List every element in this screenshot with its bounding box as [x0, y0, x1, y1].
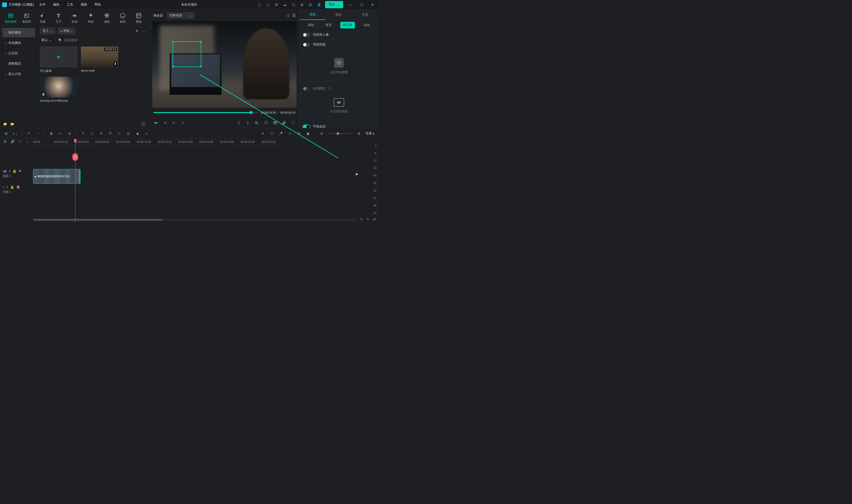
- more-icon[interactable]: ⋯: [141, 28, 147, 34]
- user-icon[interactable]: 👤: [317, 2, 321, 7]
- tab-transition[interactable]: 转场: [67, 11, 83, 25]
- tab-speed[interactable]: 变速: [352, 10, 378, 20]
- close-button[interactable]: ✕: [369, 3, 376, 7]
- media-item[interactable]: 00:00:14 ⬇ demo.mp4: [81, 47, 118, 73]
- motion-track-toggle[interactable]: [303, 87, 310, 91]
- preview-viewport[interactable]: [152, 21, 297, 108]
- mute-icon[interactable]: 🔇: [16, 185, 20, 189]
- menu-file[interactable]: 文件: [39, 2, 46, 7]
- properties-body[interactable]: 智能抠人像 智能抠图 点击开始抠图 运动跟踪 ⓘ 点击开始跟踪: [300, 30, 378, 128]
- monitor-icon[interactable]: ▢: [265, 2, 270, 7]
- info-icon[interactable]: ⓘ: [328, 86, 332, 91]
- playhead-handle[interactable]: [74, 139, 76, 142]
- marker-list-icon[interactable]: ▣: [306, 131, 310, 136]
- search-input[interactable]: [64, 38, 147, 42]
- playhead-cut-badge[interactable]: ✂: [72, 153, 78, 161]
- sort-dropdown[interactable]: 默认⌄: [40, 37, 53, 43]
- sidebar-adjustment-layer[interactable]: ▸调整图层: [2, 59, 35, 68]
- record-button[interactable]: ●录制⌄: [57, 28, 76, 35]
- import-media-card[interactable]: + 导入媒体: [40, 47, 77, 73]
- tab-stickers[interactable]: 贴纸: [115, 11, 131, 25]
- audio-track-header[interactable]: ♪1 🔒 🔇 音频 1: [0, 181, 32, 197]
- timeline-ruler[interactable]: |00:0000:00:02:0000:00:04:0000:00:06:000…: [32, 139, 357, 146]
- adjust-icon[interactable]: ✦: [261, 131, 265, 136]
- minimize-button[interactable]: —: [347, 3, 354, 7]
- shield-icon[interactable]: 🛡: [269, 131, 274, 136]
- marker-add-icon[interactable]: ⊕: [297, 131, 301, 136]
- apps-icon[interactable]: ⊞: [300, 2, 304, 7]
- export-button[interactable]: 导出 ⌄: [325, 1, 343, 8]
- timeline-scrollbar[interactable]: [33, 219, 356, 221]
- video-track-header[interactable]: 📹1 🔒 👁 视频 1: [0, 165, 32, 181]
- tab-filters[interactable]: 滤镜: [99, 11, 115, 25]
- lock-icon[interactable]: 🔒: [13, 169, 17, 173]
- resize-handle[interactable]: [200, 41, 201, 42]
- play-button[interactable]: ▷: [172, 121, 176, 125]
- fullscreen-button[interactable]: ⛶: [291, 121, 296, 125]
- tool-pointer-icon[interactable]: ↖⌄: [13, 131, 18, 136]
- tab-text[interactable]: 文字: [51, 11, 67, 25]
- mixer-icon[interactable]: ≡: [287, 131, 292, 136]
- zoom-in-button[interactable]: ⊕: [356, 131, 361, 136]
- compare-icon[interactable]: ◫: [287, 14, 290, 17]
- subtab-basic[interactable]: 基础: [305, 22, 317, 29]
- video-clip[interactable]: ▸ 网课结束后老师和学生互说: [33, 169, 81, 184]
- filter-icon[interactable]: ⚗: [134, 28, 139, 34]
- cutout-placeholder[interactable]: 点击开始抠图: [303, 50, 375, 79]
- sidebar-compound-clip[interactable]: ▸复合片段: [2, 70, 35, 79]
- timer-tool-button[interactable]: ⏲: [117, 131, 122, 136]
- volume-button[interactable]: 🔊: [282, 121, 286, 125]
- menu-view[interactable]: 视图: [81, 2, 87, 7]
- menu-edit[interactable]: 编辑: [53, 2, 59, 7]
- cart-icon[interactable]: 🛒: [308, 2, 313, 7]
- snapshot-icon[interactable]: 🖼: [292, 14, 296, 17]
- rotate-tool-button[interactable]: ⟲: [99, 131, 104, 136]
- subtab-ai-tools[interactable]: AI工具: [340, 22, 355, 29]
- folder-icon[interactable]: 📁: [3, 122, 7, 126]
- motion-track-placeholder[interactable]: 点击开始跟踪: [303, 93, 375, 117]
- import-button[interactable]: 导入⌄: [40, 28, 55, 35]
- tab-color[interactable]: 颜色: [326, 10, 352, 20]
- sidebar-cloud[interactable]: ▸云空间: [2, 49, 35, 58]
- menu-help[interactable]: 帮助: [94, 2, 101, 7]
- mark-out-button[interactable]: }: [246, 121, 250, 125]
- plane-track-toggle[interactable]: [303, 125, 310, 128]
- snapshot-button[interactable]: 📷: [273, 121, 278, 125]
- track-options-icon[interactable]: ⊞: [3, 139, 7, 144]
- more-tools-button[interactable]: »: [144, 131, 149, 136]
- menu-tools[interactable]: 工具: [67, 2, 73, 7]
- download-icon[interactable]: ⬇: [113, 61, 117, 66]
- smart-portrait-toggle[interactable]: [303, 33, 310, 37]
- magnet-icon[interactable]: ⊡: [18, 139, 22, 144]
- zoom-out-button[interactable]: ⊖: [319, 131, 324, 136]
- keyframe-button[interactable]: ◆: [135, 131, 140, 136]
- link-icon[interactable]: 🔗: [10, 139, 15, 144]
- media-item[interactable]: 🖼 vlcsnap-error480.png: [40, 77, 77, 102]
- scrollbar-thumb[interactable]: [33, 219, 162, 221]
- save-icon[interactable]: 🖫: [274, 2, 279, 7]
- quality-dropdown[interactable]: 完整画质⌄: [167, 12, 195, 19]
- track-tool-button[interactable]: ⊡: [126, 131, 131, 136]
- subtab-animation[interactable]: 动画: [361, 22, 372, 29]
- tab-my-media[interactable]: 我的素材: [3, 11, 19, 25]
- resize-handle[interactable]: [200, 66, 201, 67]
- tab-templates[interactable]: 模板: [131, 11, 147, 25]
- mic-icon[interactable]: 🎤: [279, 131, 283, 136]
- undo-button[interactable]: ↶: [26, 131, 31, 136]
- headphones-icon[interactable]: 🎧: [291, 2, 296, 7]
- mark-in-button[interactable]: {: [236, 121, 241, 125]
- delete-button[interactable]: 🗑: [49, 131, 54, 136]
- collapse-button[interactable]: ‹: [141, 121, 146, 127]
- resize-handle[interactable]: [172, 41, 174, 42]
- prev-frame-button[interactable]: ⏮: [153, 121, 158, 125]
- visibility-icon[interactable]: 👁: [19, 169, 22, 173]
- step-back-button[interactable]: ◁: [162, 121, 167, 125]
- playhead[interactable]: ✂: [75, 139, 75, 222]
- tracking-box[interactable]: [173, 41, 201, 67]
- speed-tool-button[interactable]: ⏱: [108, 131, 113, 136]
- redo-button[interactable]: ↷: [35, 131, 40, 136]
- smart-cutout-toggle[interactable]: [303, 42, 310, 47]
- aspect-dropdown[interactable]: ⧉⌄: [254, 121, 259, 125]
- zoom-slider[interactable]: [328, 133, 352, 134]
- mask-tool-button[interactable]: ◻: [90, 131, 94, 136]
